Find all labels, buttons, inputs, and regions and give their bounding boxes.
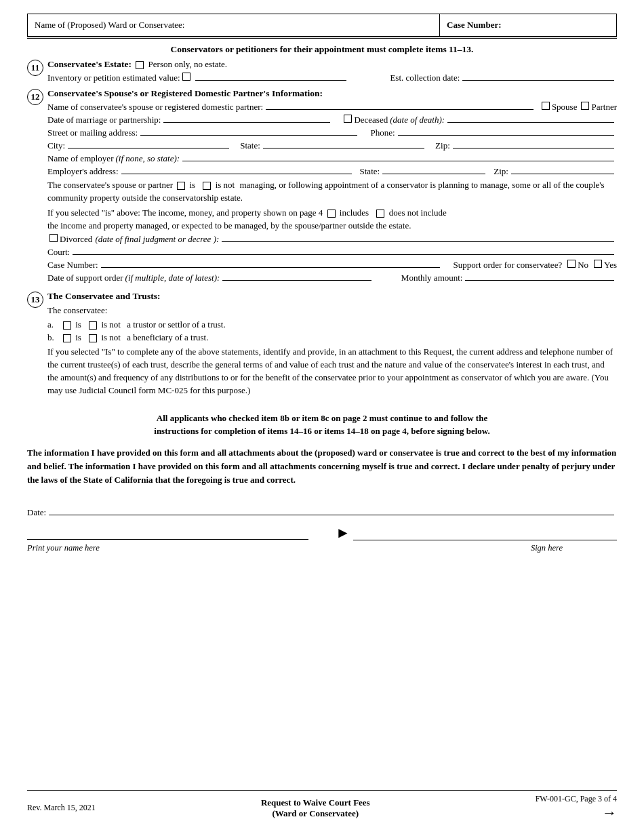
is-checkbox[interactable] [177, 182, 185, 190]
does-not-include-label: does not include [389, 207, 447, 218]
footer-arrow-icon: → [536, 804, 617, 822]
deceased-checkbox[interactable] [344, 115, 352, 123]
spouse-label: Spouse [552, 102, 578, 113]
includes-para: If you selected "is" above: The income, … [47, 207, 617, 233]
item-12-number: 12 [27, 89, 43, 105]
divorced-note: (date of final judgment or decree ): [95, 234, 219, 245]
monthly-field[interactable] [465, 280, 614, 281]
item-13-row: 13 The Conservatee and Trusts: The conse… [27, 291, 617, 399]
item-11-text: Person only, no estate. [148, 59, 228, 69]
a-is-not-label: is not [101, 319, 121, 330]
no-label: No [578, 260, 588, 271]
a-is-not-checkbox[interactable] [89, 321, 97, 330]
address-field[interactable] [140, 135, 357, 136]
state-field[interactable] [263, 148, 424, 148]
yes-checkbox[interactable] [594, 260, 602, 268]
employer-name-field[interactable] [182, 161, 614, 161]
includes-checkbox[interactable] [327, 210, 336, 218]
zip-label: Zip: [435, 140, 450, 151]
spouse-name-field[interactable] [266, 109, 534, 110]
inventory-value-field[interactable] [195, 80, 347, 81]
trust-para: If you selected "Is" to complete any of … [47, 346, 617, 397]
item-11-content: Conservatee's Estate: Person only, no es… [47, 59, 617, 85]
name-label: Name of (Proposed) Ward or Conservatee: [35, 20, 184, 30]
footer-rev: Rev. March 15, 2021 [27, 803, 96, 813]
arrow-pointer-icon: ► [336, 524, 350, 542]
employer-address-field[interactable] [121, 174, 352, 174]
case-number-label: Case Number: [47, 260, 98, 271]
partner-label: Partner [591, 102, 617, 113]
yes-label: Yes [604, 260, 617, 271]
page: Name of (Proposed) Ward or Conservatee: … [0, 0, 644, 834]
header-row: Name of (Proposed) Ward or Conservatee: … [27, 14, 617, 37]
trust-para-text: If you selected "Is" to complete any of … [47, 346, 613, 395]
employer-address-label: Employer's address: [47, 166, 119, 177]
inventory-checkbox[interactable] [182, 73, 190, 81]
item-11-checkbox[interactable] [136, 61, 144, 69]
date-field[interactable] [49, 515, 614, 515]
notice-block: All applicants who checked item 8b or it… [27, 412, 617, 438]
divorced-date-field[interactable] [222, 241, 614, 242]
city-row: City: State: Zip: [47, 140, 617, 151]
item-12-row: 12 Conservatee's Spouse's or Registered … [27, 88, 617, 285]
deceased-date-field[interactable] [447, 122, 614, 123]
sig-right: ► Sign here [336, 524, 617, 553]
support-date-field[interactable] [222, 280, 371, 281]
divorced-label: Divorced [60, 234, 92, 245]
phone-field[interactable] [398, 135, 614, 136]
declaration-text: The information I have provided on this … [27, 446, 617, 487]
item-12-title: Conservatee's Spouse's or Registered Dom… [47, 88, 323, 98]
date-label: Date: [27, 507, 46, 518]
employer-label: Name of employer [47, 153, 113, 164]
double-line-divider [27, 37, 617, 39]
notice-line1: All applicants who checked item 8b or it… [157, 413, 487, 423]
header-name-field: Name of (Proposed) Ward or Conservatee: [28, 14, 440, 36]
phone-label: Phone: [371, 127, 395, 138]
case-number-field[interactable] [101, 267, 440, 268]
marriage-row: Date of marriage or partnership: Decease… [47, 115, 617, 125]
print-label: Print your name here [27, 543, 100, 553]
header-case-field: Case Number: [440, 14, 616, 36]
marriage-date-field[interactable] [163, 122, 330, 123]
divorced-row: Divorced (date of final judgment or decr… [47, 234, 617, 245]
a-is-checkbox[interactable] [63, 321, 71, 330]
item-11-row: 11 Conservatee's Estate: Person only, no… [27, 59, 617, 85]
is-label: is [190, 180, 196, 190]
partner-checkbox[interactable] [581, 102, 589, 110]
b-label: b. [47, 332, 61, 343]
b-is-not-checkbox[interactable] [89, 334, 97, 342]
est-collection-label: Est. collection date: [390, 73, 460, 83]
includes-label: includes [340, 207, 369, 218]
est-collection-field[interactable] [462, 80, 614, 81]
item-12-title-row: Conservatee's Spouse's or Registered Dom… [47, 88, 617, 99]
court-field[interactable] [73, 254, 614, 255]
employer-row: Name of employer (if none, so state): [47, 153, 617, 164]
b-is-not-label: is not [101, 332, 121, 342]
divorced-checkbox[interactable] [49, 234, 58, 242]
is-not-checkbox[interactable] [203, 182, 211, 190]
city-field[interactable] [68, 148, 229, 148]
deceased-note: (date of death): [390, 115, 445, 125]
sig-row: Print your name here ► Sign here [27, 523, 617, 553]
monthly-label: Monthly amount: [401, 273, 463, 283]
signature-section: Date: Print your name here ► Sign here [27, 507, 617, 553]
support-date-row: Date of support order (if multiple, date… [47, 273, 617, 283]
address-label: Street or mailing address: [47, 127, 138, 138]
case-number-label: Case Number: [447, 20, 502, 30]
b-is-checkbox[interactable] [63, 334, 71, 342]
date-support-note: (if multiple, date of latest): [125, 273, 220, 283]
footer: Rev. March 15, 2021 Request to Waive Cou… [27, 790, 617, 822]
spouse-checkbox[interactable] [542, 102, 550, 110]
item-11-title: Conservatee's Estate: [47, 59, 132, 69]
footer-right: FW-001-GC, Page 3 of 4 → [536, 794, 617, 822]
employer-zip-field[interactable] [511, 174, 614, 174]
zip-field[interactable] [453, 148, 614, 148]
support-label: Support order for conservatee? [454, 260, 563, 271]
case-support-row: Case Number: Support order for conservat… [47, 260, 617, 271]
employer-state-field[interactable] [382, 174, 485, 174]
no-checkbox[interactable] [567, 260, 576, 268]
state-label: State: [240, 140, 260, 151]
b-text: a beneficiary of a trust. [127, 332, 208, 342]
para2-text: If you selected "is" above: The income, … [47, 207, 323, 218]
does-not-include-checkbox[interactable] [376, 210, 384, 218]
